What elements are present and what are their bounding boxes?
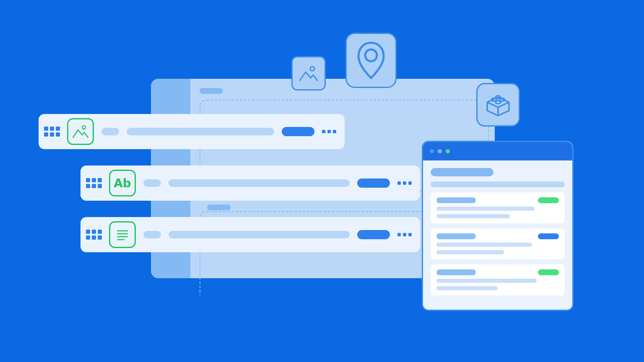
card-title-placeholder: [436, 233, 476, 239]
image-type-chip[interactable]: [291, 56, 326, 90]
more-menu-icon[interactable]: [397, 233, 412, 236]
field-type-icon-box: Ab: [109, 170, 136, 197]
drag-handle-icon[interactable]: [86, 227, 101, 242]
more-menu-icon[interactable]: [322, 130, 336, 133]
drag-handle-icon[interactable]: [86, 176, 101, 191]
image-icon: [71, 122, 90, 141]
preview-card[interactable]: [431, 264, 565, 295]
text-icon: Ab: [114, 176, 131, 190]
field-tag-placeholder: [143, 179, 161, 187]
lego-block-icon: [483, 90, 513, 120]
field-row-paragraph[interactable]: [80, 217, 420, 252]
field-label-placeholder: [169, 231, 350, 238]
status-badge: [538, 233, 559, 239]
field-tag-placeholder: [143, 231, 161, 238]
field-tag-placeholder: [101, 128, 119, 135]
location-type-chip[interactable]: [345, 33, 397, 88]
field-action-badge[interactable]: [282, 127, 314, 136]
field-action-badge[interactable]: [357, 230, 390, 239]
traffic-light-minimize-icon[interactable]: [438, 149, 442, 153]
field-row-text[interactable]: Ab: [80, 165, 420, 201]
section-label-placeholder: [207, 204, 231, 210]
card-line-placeholder: [436, 214, 510, 218]
preview-card[interactable]: [431, 228, 565, 259]
field-row-image[interactable]: [39, 114, 345, 149]
preview-window: [422, 141, 574, 311]
section-label-placeholder: [200, 88, 223, 94]
svg-point-6: [82, 126, 86, 129]
field-type-icon-box: [67, 118, 94, 145]
card-line-placeholder: [436, 286, 498, 290]
illustration-stage: Ab: [0, 0, 644, 362]
field-label-placeholder: [169, 179, 350, 187]
field-action-badge[interactable]: [357, 178, 390, 188]
preview-card[interactable]: [431, 192, 565, 223]
card-line-placeholder: [436, 243, 532, 247]
card-title-placeholder: [436, 197, 476, 203]
field-type-icon-box: [109, 221, 136, 248]
card-line-placeholder: [436, 279, 537, 283]
svg-point-4: [496, 101, 501, 104]
block-type-chip[interactable]: [476, 83, 520, 127]
preview-body: [423, 160, 572, 295]
field-label-placeholder: [127, 128, 274, 135]
traffic-light-zoom-icon[interactable]: [446, 149, 450, 153]
svg-point-1: [365, 49, 377, 61]
paragraph-icon: [114, 226, 131, 243]
card-line-placeholder: [436, 250, 504, 254]
status-badge: [538, 269, 559, 275]
svg-point-0: [310, 67, 314, 71]
traffic-light-close-icon[interactable]: [430, 149, 434, 153]
preview-subheading-placeholder: [431, 181, 565, 187]
card-line-placeholder: [436, 207, 535, 211]
image-icon: [298, 63, 319, 84]
card-title-placeholder: [436, 269, 476, 275]
preview-heading-placeholder: [431, 168, 493, 176]
pin-icon: [355, 40, 387, 80]
drag-handle-icon[interactable]: [44, 124, 60, 139]
window-titlebar: [423, 142, 572, 160]
more-menu-icon[interactable]: [397, 181, 412, 185]
status-badge: [538, 197, 559, 203]
